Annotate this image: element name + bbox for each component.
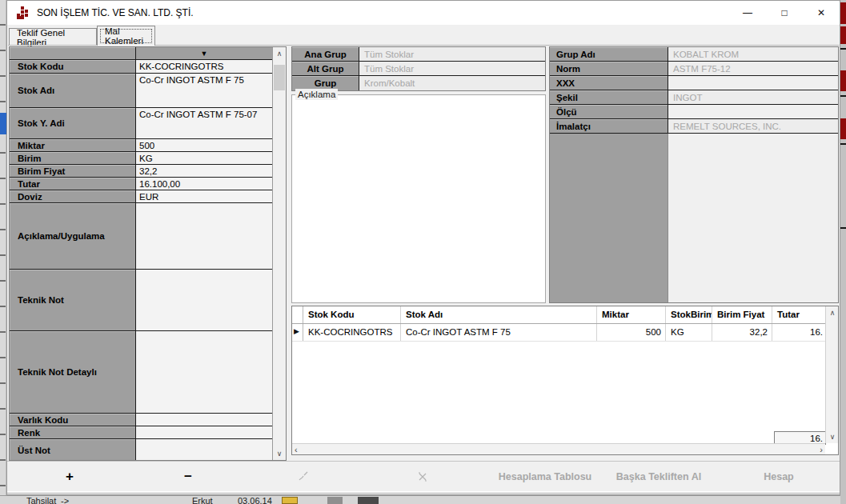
row-stok-y-adi: Stok Y. Adi Co-Cr INGOT ASTM F 75-07	[10, 108, 272, 139]
field-value[interactable]: Co-Cr INGOT ASTM F 75	[136, 74, 272, 107]
col-header-stok-kodu[interactable]: Stok Kodu	[303, 306, 401, 323]
col-header-miktar[interactable]: Miktar	[597, 306, 666, 323]
add-item-button[interactable]: +	[54, 462, 86, 492]
close-button[interactable]: ✕	[803, 1, 840, 25]
field-value[interactable]: Tüm Stoklar	[359, 62, 545, 75]
cut-icon[interactable]	[407, 462, 439, 492]
col-header-birim-fiyat[interactable]: Birim Fiyat	[712, 306, 772, 323]
field-label: Renk	[10, 426, 136, 438]
row-teknik-not: Teknik Not	[10, 270, 272, 331]
tab-teklif-genel-bilgileri[interactable]: Teklif Genel Bilgileri	[9, 28, 97, 46]
field-value[interactable]	[136, 270, 272, 330]
field-label: Ana Grup	[292, 47, 359, 61]
left-edge-window-sliver	[0, 0, 6, 504]
background-red-cell	[840, 2, 846, 24]
table-row[interactable]: ▶ KK-COCRINGOTRS Co-Cr INGOT ASTM F 75 5…	[292, 324, 838, 342]
baska-teklifden-al-button[interactable]: Başka Tekliften Al	[595, 462, 723, 492]
row-stok-kodu: Stok Kodu KK-COCRINGOTRS	[10, 60, 272, 74]
stock-grid-header-row: ▼	[10, 47, 272, 60]
right-edge-window-sliver	[840, 0, 846, 504]
maximize-button[interactable]: □	[766, 1, 803, 25]
col-header-stok-adi[interactable]: Stok Adı	[401, 306, 597, 323]
row-doviz: Doviz EUR	[10, 190, 272, 203]
hesaplama-tablosu-button[interactable]: Hesaplama Tablosu	[485, 462, 605, 492]
dropdown-button[interactable]: ▼	[136, 47, 272, 59]
field-value[interactable]: 32,2	[136, 165, 272, 177]
field-label: Teknik Not	[10, 270, 136, 330]
edit-icon[interactable]	[287, 462, 319, 492]
screen: Tahsilat -> Erkut 03.06.14 SON İŞLEM TİC…	[0, 0, 846, 504]
field-value[interactable]	[668, 76, 838, 90]
stock-form-scrollbar[interactable]: ∧ ∨	[273, 47, 286, 460]
scroll-right-icon[interactable]: ›	[820, 445, 823, 454]
field-value[interactable]: Tüm Stoklar	[359, 47, 545, 61]
background-text: ->	[61, 496, 69, 504]
scroll-down-icon[interactable]: ∨	[826, 430, 839, 443]
scrollbar-thumb[interactable]	[274, 65, 285, 90]
field-value[interactable]	[136, 426, 272, 438]
main-window: SON İŞLEM TİC. VE SAN. LTD. ŞTİ. — □ ✕ T…	[6, 0, 840, 495]
field-label: Stok Adı	[10, 74, 136, 107]
items-grid-header: Stok Kodu Stok Adı Miktar StokBirimi Bir…	[292, 306, 838, 324]
field-label: Şekil	[550, 90, 668, 104]
items-grid: Stok Kodu Stok Adı Miktar StokBirimi Bir…	[291, 306, 839, 455]
tab-focus-outline	[100, 29, 152, 43]
field-value[interactable]: REMELT SOURCES, INC.	[668, 119, 838, 133]
window-titlebar: SON İŞLEM TİC. VE SAN. LTD. ŞTİ. — □ ✕	[7, 1, 840, 25]
background-grid-line	[840, 143, 846, 145]
hesap-button[interactable]: Hesap	[747, 462, 811, 492]
stock-details-panel: Grup Adı KOBALT KROM Norm ASTM F75-12 XX…	[549, 46, 839, 303]
field-value[interactable]: EUR	[136, 190, 272, 202]
field-value[interactable]	[668, 105, 838, 118]
field-value[interactable]: KOBALT KROM	[668, 47, 838, 61]
field-label: Üst Not	[10, 439, 136, 460]
scroll-left-icon[interactable]: ‹	[295, 445, 298, 454]
items-grid-horizontal-scrollbar[interactable]: ‹ ›	[292, 443, 825, 454]
cell-tutar: 16.	[772, 324, 824, 341]
field-label: Varlık Kodu	[10, 414, 136, 426]
details-panel-filler	[550, 134, 838, 302]
field-value[interactable]	[136, 331, 272, 413]
background-selection-highlight	[0, 113, 6, 134]
scroll-up-icon[interactable]: ∧	[273, 47, 286, 60]
background-red-cell	[840, 26, 846, 44]
header-label-cell	[10, 47, 136, 59]
row-aciklama-uygulama: Açıklama/Uygulama	[10, 203, 272, 270]
background-red-cell	[840, 118, 846, 139]
scroll-up-icon[interactable]: ∧	[826, 306, 839, 319]
minimize-button[interactable]: —	[729, 1, 766, 25]
field-value[interactable]: INGOT	[668, 90, 838, 104]
field-value[interactable]: KG	[136, 152, 272, 164]
aciklama-textarea[interactable]	[291, 94, 546, 303]
tab-mal-kalemleri[interactable]: Mal Kalemleri	[97, 26, 155, 46]
stock-form-rows: ▼ Stok Kodu KK-COCRINGOTRS Stok Adı Co-C…	[10, 47, 273, 460]
field-label: XXX	[550, 76, 668, 90]
field-label: Doviz	[10, 190, 136, 202]
app-logo-icon	[16, 6, 29, 19]
field-value[interactable]	[136, 414, 272, 426]
window-controls: — □ ✕	[729, 1, 840, 25]
field-value[interactable]: 16.100,00	[136, 178, 272, 190]
field-label: Grup Adı	[550, 47, 668, 61]
remove-item-button[interactable]: −	[172, 462, 204, 492]
field-value[interactable]: 500	[136, 139, 272, 151]
items-grid-vertical-scrollbar[interactable]: ∧ ∨	[825, 306, 838, 443]
row-miktar: Miktar 500	[10, 139, 272, 152]
col-header-indicator	[292, 306, 303, 323]
scroll-down-icon[interactable]: ∨	[273, 447, 286, 460]
cell-birim: KG	[666, 324, 712, 341]
field-value[interactable]: KK-COCRINGOTRS	[136, 60, 272, 73]
row-norm: Norm ASTM F75-12	[550, 62, 838, 76]
field-value[interactable]	[136, 439, 272, 460]
background-toolbar-icon	[282, 497, 298, 504]
chevron-down-icon: ▼	[201, 50, 208, 58]
col-header-tutar[interactable]: Tutar	[772, 306, 824, 323]
field-value[interactable]: ASTM F75-12	[668, 62, 838, 75]
col-header-stokbirimi[interactable]: StokBirimi	[666, 306, 712, 323]
cell-stok-kodu: KK-COCRINGOTRS	[303, 324, 401, 341]
group-filter-grid: Ana Grup Tüm Stoklar Alt Grup Tüm Stokla…	[291, 46, 546, 91]
field-value[interactable]: Co-Cr INGOT ASTM F 75-07	[136, 108, 272, 138]
background-red-cell	[840, 70, 846, 91]
field-label: Birim	[10, 152, 136, 164]
field-value[interactable]	[136, 203, 272, 269]
